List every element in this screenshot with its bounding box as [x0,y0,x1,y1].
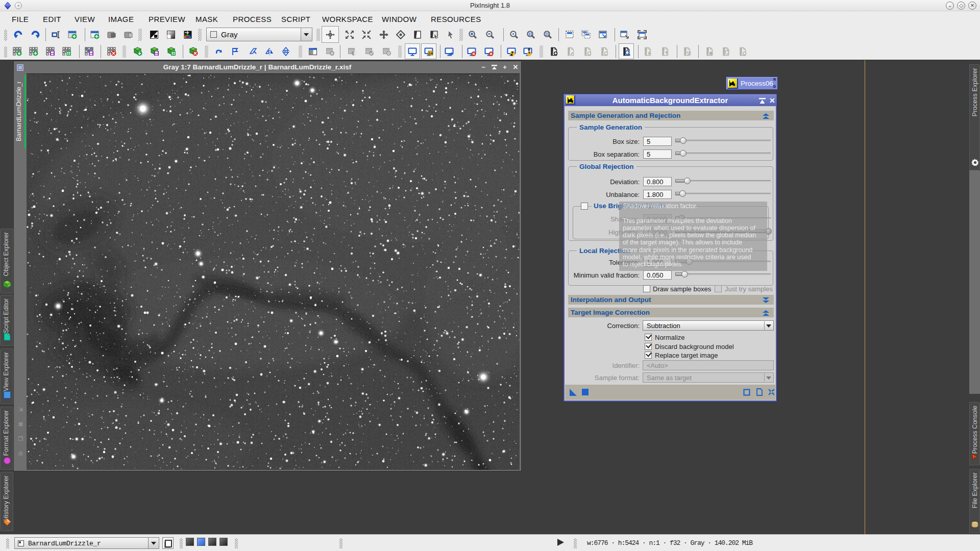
svg-text:24: 24 [428,51,433,56]
